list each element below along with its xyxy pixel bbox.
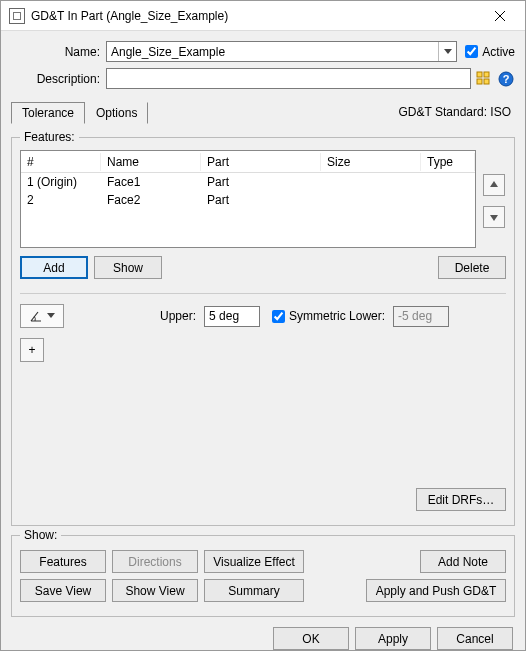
- svg-rect-3: [477, 72, 482, 77]
- active-checkbox-wrap[interactable]: Active: [465, 45, 515, 59]
- chevron-down-icon: [444, 49, 452, 55]
- svg-text:?: ?: [503, 73, 510, 85]
- symmetric-lower-label: Symmetric Lower:: [289, 309, 385, 323]
- help-button[interactable]: ?: [497, 70, 515, 88]
- description-label: Description:: [11, 72, 106, 86]
- col-type[interactable]: Type: [421, 153, 475, 171]
- divider: [20, 293, 506, 294]
- svg-marker-11: [47, 313, 55, 318]
- svg-rect-5: [477, 79, 482, 84]
- show-view-button[interactable]: Show View: [112, 579, 198, 602]
- features-header: # Name Part Size Type: [21, 151, 475, 173]
- plus-icon: +: [28, 343, 35, 357]
- svg-marker-2: [444, 49, 452, 54]
- tab-tolerance[interactable]: Tolerance: [11, 102, 85, 124]
- features-legend: Features:: [20, 130, 79, 144]
- delete-button[interactable]: Delete: [438, 256, 506, 279]
- titlebar: GD&T In Part (Angle_Size_Example): [1, 1, 525, 31]
- gdt-standard-label: GD&T Standard: ISO: [399, 105, 516, 119]
- svg-marker-9: [490, 181, 498, 187]
- move-up-button[interactable]: [483, 174, 505, 196]
- ok-button[interactable]: OK: [273, 627, 349, 650]
- active-label: Active: [482, 45, 515, 59]
- apply-push-button[interactable]: Apply and Push GD&T: [366, 579, 506, 602]
- svg-rect-6: [484, 79, 489, 84]
- reference-picker-button[interactable]: [475, 70, 493, 88]
- svg-rect-4: [484, 72, 489, 77]
- name-combo[interactable]: [106, 41, 457, 62]
- description-input[interactable]: [106, 68, 471, 89]
- col-name[interactable]: Name: [101, 153, 201, 171]
- tolerance-type-button[interactable]: [20, 304, 64, 328]
- col-part[interactable]: Part: [201, 153, 321, 171]
- tab-options[interactable]: Options: [85, 102, 148, 124]
- grid-icon: [476, 71, 492, 87]
- symmetric-lower-checkbox[interactable]: [272, 310, 285, 323]
- visualize-effect-button[interactable]: Visualize Effect: [204, 550, 304, 573]
- col-size[interactable]: Size: [321, 153, 421, 171]
- apply-button[interactable]: Apply: [355, 627, 431, 650]
- show-legend: Show:: [20, 528, 61, 542]
- angle-icon: [29, 309, 43, 323]
- cancel-button[interactable]: Cancel: [437, 627, 513, 650]
- symmetric-lower-wrap[interactable]: Symmetric Lower:: [272, 309, 385, 323]
- chevron-down-icon: [47, 313, 55, 319]
- window-title: GD&T In Part (Angle_Size_Example): [31, 9, 477, 23]
- features-table[interactable]: # Name Part Size Type 1 (Origin) Face1 P…: [20, 150, 476, 248]
- active-checkbox[interactable]: [465, 45, 478, 58]
- close-button[interactable]: [477, 1, 523, 31]
- app-icon: [9, 8, 25, 24]
- move-down-button[interactable]: [483, 206, 505, 228]
- add-tolerance-button[interactable]: +: [20, 338, 44, 362]
- table-row[interactable]: 2 Face2 Part: [21, 191, 475, 209]
- show-features-button[interactable]: Features: [20, 550, 106, 573]
- name-dropdown-arrow[interactable]: [438, 42, 456, 61]
- edit-drfs-button[interactable]: Edit DRFs…: [416, 488, 506, 511]
- upper-label: Upper:: [160, 309, 196, 323]
- upper-input[interactable]: [204, 306, 260, 327]
- summary-button[interactable]: Summary: [204, 579, 304, 602]
- name-input[interactable]: [107, 42, 438, 61]
- arrow-up-icon: [490, 181, 498, 189]
- arrow-down-icon: [490, 213, 498, 221]
- add-button[interactable]: Add: [20, 256, 88, 279]
- dialog-window: GD&T In Part (Angle_Size_Example) Name: …: [0, 0, 526, 651]
- show-button[interactable]: Show: [94, 256, 162, 279]
- show-directions-button: Directions: [112, 550, 198, 573]
- add-note-button[interactable]: Add Note: [420, 550, 506, 573]
- name-label: Name:: [11, 45, 106, 59]
- col-num[interactable]: #: [21, 153, 101, 171]
- svg-marker-10: [490, 215, 498, 221]
- tab-bar: Tolerance Options GD&T Standard: ISO: [11, 101, 515, 124]
- help-icon: ?: [498, 71, 514, 87]
- features-fieldset: Features: # Name Part Size Type 1 (Origi…: [11, 130, 515, 526]
- close-icon: [495, 11, 505, 21]
- lower-input: [393, 306, 449, 327]
- save-view-button[interactable]: Save View: [20, 579, 106, 602]
- show-fieldset: Show: Features Directions Visualize Effe…: [11, 528, 515, 617]
- table-row[interactable]: 1 (Origin) Face1 Part: [21, 173, 475, 191]
